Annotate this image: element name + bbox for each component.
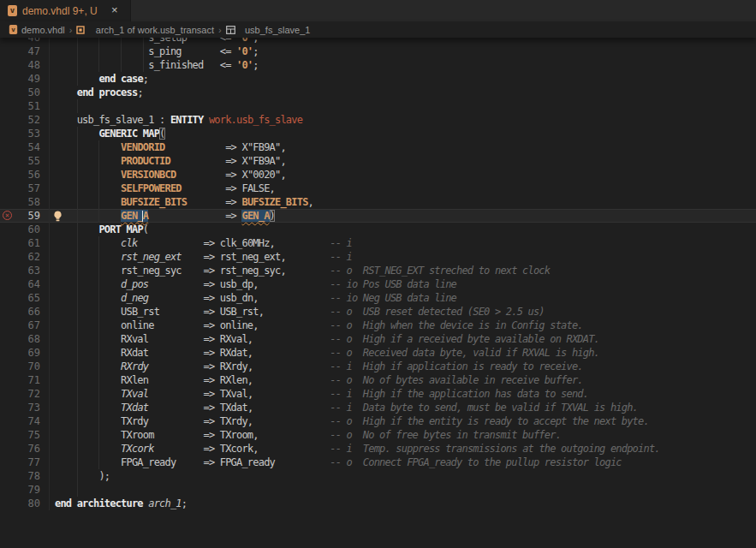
code-line-60[interactable]: 60 PORT MAP( [0, 223, 756, 236]
gutter-divider [49, 99, 50, 113]
code-line-50[interactable]: 50 end process; [0, 86, 756, 99]
code-text: d_pos => usb_dp, -- io Pos USB data line [55, 277, 456, 291]
code-text: clk => clk_60MHz, -- i [55, 236, 352, 250]
code-line-78[interactable]: 78 ); [0, 469, 756, 483]
code-text: RXlen => RXlen, -- o No of bytes availab… [55, 373, 583, 387]
line-number[interactable]: 65 [0, 291, 40, 305]
code-line-62[interactable]: 62 rst_neg_ext => rst_neg_ext, -- i [0, 250, 756, 264]
code-text: ); [55, 469, 110, 483]
line-number[interactable]: 62 [0, 250, 40, 264]
code-line-66[interactable]: 66 USB_rst => USB_rst, -- o USB reset de… [0, 305, 756, 319]
line-number[interactable]: 57 [0, 182, 40, 195]
code-line-79[interactable]: 79 [0, 483, 756, 497]
line-number[interactable]: 63 [0, 264, 40, 277]
gutter-divider [49, 319, 50, 332]
code-line-77[interactable]: 77 FPGA_ready => FPGA_ready -- o Connect… [0, 456, 756, 469]
line-number[interactable]: 53 [0, 127, 40, 140]
line-number[interactable]: 48 [0, 58, 40, 72]
code-text: GENERIC MAP( [55, 127, 165, 140]
gutter-divider [49, 360, 50, 373]
line-number[interactable]: 64 [0, 277, 40, 291]
code-text: VENDORID => X"FB9A", [55, 140, 286, 154]
code-text: end architecture arch_1; [55, 497, 187, 510]
code-text: s_finished <= '0'; [55, 58, 259, 72]
code-line-48[interactable]: 48 s_finished <= '0'; [0, 58, 756, 72]
line-number[interactable]: 49 [0, 72, 40, 86]
code-line-63[interactable]: 63 rst_neg_syc => rst_neg_syc, -- o RST_… [0, 264, 756, 277]
line-number[interactable]: 55 [0, 154, 40, 168]
gutter-divider [49, 483, 50, 497]
code-line-73[interactable]: 73 TXdat => TXdat, -- i Data byte to sen… [0, 401, 756, 414]
code-line-59[interactable]: 59✕ GEN_A => GEN_A) [0, 209, 756, 223]
gutter-divider [49, 154, 50, 168]
code-line-58[interactable]: 58 BUFSIZE_BITS => BUFSIZE_BITS, [0, 195, 756, 209]
code-line-64[interactable]: 64 d_pos => usb_dp, -- io Pos USB data l… [0, 277, 756, 291]
code-line-80[interactable]: 80end architecture arch_1; [0, 497, 756, 510]
code-line-67[interactable]: 67 online => online, -- o High when the … [0, 319, 756, 332]
symbol-module-icon [226, 5, 241, 55]
line-number[interactable]: 46 [0, 38, 40, 45]
line-number[interactable]: 56 [0, 168, 40, 182]
code-text: RXrdy => RXrdy, -- i High if application… [55, 360, 583, 373]
code-line-52[interactable]: 52 usb_fs_slave_1 : ENTITY work.usb_fs_s… [0, 113, 756, 127]
line-number[interactable]: 76 [0, 442, 40, 456]
code-editor[interactable]: 46 s_setup <= '0';47 s_ping <= '0';48 s_… [0, 38, 756, 548]
gutter-divider [49, 113, 50, 127]
code-line-65[interactable]: 65 d_neg => usb_dn, -- io Neg USB data l… [0, 291, 756, 305]
line-number[interactable]: 77 [0, 456, 40, 469]
code-text: BUFSIZE_BITS => BUFSIZE_BITS, [55, 195, 313, 209]
code-line-70[interactable]: 70 RXrdy => RXrdy, -- i High if applicat… [0, 360, 756, 373]
code-line-71[interactable]: 71 RXlen => RXlen, -- o No of bytes avai… [0, 373, 756, 387]
line-number[interactable]: 70 [0, 360, 40, 373]
line-number[interactable]: 78 [0, 469, 40, 483]
line-number[interactable]: 80 [0, 497, 40, 510]
line-number[interactable]: 61 [0, 236, 40, 250]
code-line-76[interactable]: 76 TXcork => TXcork, -- i Temp. suppress… [0, 442, 756, 456]
gutter-divider [49, 58, 50, 72]
code-line-61[interactable]: 61 clk => clk_60MHz, -- i [0, 236, 756, 250]
line-number[interactable]: 75 [0, 428, 40, 442]
line-number[interactable]: 69 [0, 346, 40, 360]
code-line-54[interactable]: 54 VENDORID => X"FB9A", [0, 140, 756, 154]
line-number[interactable]: 51 [0, 99, 40, 113]
indent-guide [77, 99, 78, 113]
code-text: GEN_A => GEN_A) [55, 209, 275, 223]
line-number[interactable]: 60 [0, 223, 40, 236]
line-number[interactable]: 79 [0, 483, 40, 497]
line-number[interactable]: 54 [0, 140, 40, 154]
code-line-57[interactable]: 57 SELFPOWERED => FALSE, [0, 182, 756, 195]
code-line-53[interactable]: 53 GENERIC MAP( [0, 127, 756, 140]
code-pane: 46 s_setup <= '0';47 s_ping <= '0';48 s_… [0, 38, 756, 510]
code-line-49[interactable]: 49 end case; [0, 72, 756, 86]
code-line-68[interactable]: 68 RXval => RXval, -- o High if a receiv… [0, 332, 756, 346]
line-number[interactable]: 72 [0, 387, 40, 401]
chevron-right-icon: › [218, 25, 222, 35]
line-number[interactable]: 66 [0, 305, 40, 319]
gutter-divider [49, 277, 50, 291]
line-number[interactable]: 50 [0, 86, 40, 99]
code-line-72[interactable]: 72 TXval => TXval, -- i High if the appl… [0, 387, 756, 401]
breadcrumb-item-architecture[interactable]: arch_1 of work.usb_transact [76, 5, 214, 55]
breadcrumb-item-instance[interactable]: usb_fs_slave_1 [226, 5, 311, 55]
breadcrumb-label: demo.vhdl [21, 25, 65, 35]
breadcrumb-item-file[interactable]: demo.vhdl [9, 24, 65, 35]
line-number[interactable]: 73 [0, 401, 40, 414]
line-number[interactable]: 67 [0, 319, 40, 332]
code-line-69[interactable]: 69 RXdat => RXdat, -- o Received data by… [0, 346, 756, 360]
code-text: RXval => RXval, -- o High if a received … [55, 332, 599, 346]
code-text: USB_rst => USB_rst, -- o USB reset detec… [55, 305, 545, 319]
gutter-divider [49, 236, 50, 250]
line-number[interactable]: 74 [0, 414, 40, 428]
line-number[interactable]: 47 [0, 45, 40, 58]
code-line-74[interactable]: 74 TXrdy => TXrdy, -- o High if the enti… [0, 414, 756, 428]
code-line-51[interactable]: 51 [0, 99, 756, 113]
code-line-75[interactable]: 75 TXroom => TXroom, -- o No of free byt… [0, 428, 756, 442]
line-number[interactable]: 52 [0, 113, 40, 127]
line-number[interactable]: 71 [0, 373, 40, 387]
line-number[interactable]: 68 [0, 332, 40, 346]
gutter-divider [49, 373, 50, 387]
code-line-55[interactable]: 55 PRODUCTID => X"FB9A", [0, 154, 756, 168]
gutter-divider [49, 264, 50, 277]
code-line-56[interactable]: 56 VERSIONBCD => X"0020", [0, 168, 756, 182]
line-number[interactable]: 58 [0, 195, 40, 209]
